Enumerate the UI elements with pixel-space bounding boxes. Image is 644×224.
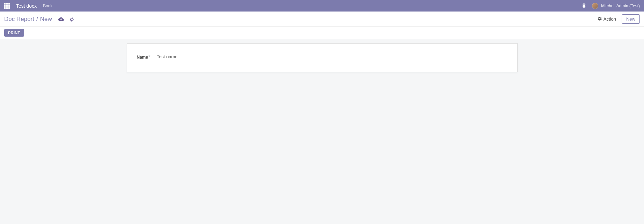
form-sheet: Name? (127, 43, 518, 72)
cloud-save-icon[interactable] (58, 16, 64, 22)
gear-icon (598, 16, 602, 22)
action-label: Action (604, 16, 616, 22)
discard-icon[interactable] (69, 17, 74, 22)
navbar-right: Mitchell Admin (Test) (582, 3, 640, 9)
control-panel: Doc Report / New Action (0, 12, 644, 27)
control-right: Action New (598, 14, 640, 24)
name-label-text: Name (137, 55, 148, 60)
avatar-icon (592, 3, 598, 9)
brand-title[interactable]: Test docx (16, 3, 37, 9)
nav-link-book[interactable]: Book (43, 3, 52, 8)
breadcrumb-icons (58, 16, 74, 22)
form-container: Name? (0, 39, 644, 76)
form-row-name: Name? (137, 53, 508, 61)
breadcrumb-root[interactable]: Doc Report (4, 16, 34, 23)
user-menu[interactable]: Mitchell Admin (Test) (592, 3, 640, 9)
navbar-left: Test docx Book (4, 3, 53, 9)
status-bar: PRINT (0, 27, 644, 39)
breadcrumb-separator: / (36, 16, 38, 23)
breadcrumb-current: New (40, 16, 52, 23)
user-name: Mitchell Admin (Test) (601, 3, 640, 8)
new-button[interactable]: New (622, 14, 640, 24)
breadcrumb: Doc Report / New (4, 16, 74, 23)
navbar: Test docx Book Mitchell Admin (Test) (0, 0, 644, 12)
apps-icon[interactable] (4, 3, 10, 9)
bug-icon[interactable] (582, 3, 586, 9)
name-field[interactable] (157, 53, 296, 61)
help-marker: ? (148, 54, 150, 58)
action-button[interactable]: Action (598, 16, 616, 22)
name-label: Name? (137, 54, 150, 60)
print-button[interactable]: PRINT (4, 29, 24, 37)
